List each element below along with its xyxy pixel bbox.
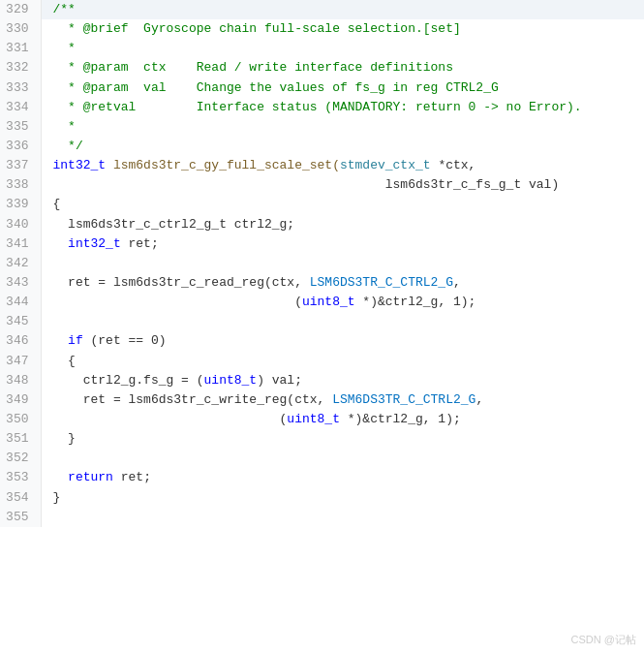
table-row: 345 — [0, 312, 644, 331]
code-token — [53, 236, 69, 251]
line-code: { — [41, 195, 644, 214]
table-row: 354} — [0, 488, 644, 508]
line-number: 339 — [0, 195, 41, 214]
line-code: if (ret == 0) — [41, 331, 644, 351]
line-code: * — [41, 39, 644, 58]
table-row: 344 (uint8_t *)&ctrl2_g, 1); — [0, 293, 644, 312]
line-number: 336 — [0, 137, 41, 156]
table-row: 341 int32_t ret; — [0, 234, 644, 254]
line-number: 353 — [0, 468, 41, 487]
table-row: 333 * @param val Change the values of fs… — [0, 78, 644, 98]
line-code: */ — [41, 137, 644, 156]
code-viewer: 329/**330 * @brief Gyroscope chain full-… — [0, 0, 644, 654]
code-token: lsm6ds3tr_c_fs_g_t val) — [53, 177, 560, 192]
table-row: 347 { — [0, 352, 644, 371]
code-token: ) val; — [257, 373, 302, 388]
table-row: 349 ret = lsm6ds3tr_c_write_reg(ctx, LSM… — [0, 390, 644, 410]
line-number: 334 — [0, 98, 41, 117]
code-token: ret; — [113, 470, 151, 484]
line-number: 341 — [0, 234, 41, 254]
code-token: *)&ctrl2_g, 1); — [340, 412, 461, 426]
table-row: 342 — [0, 254, 644, 273]
line-number: 333 — [0, 78, 41, 98]
table-row: 350 (uint8_t *)&ctrl2_g, 1); — [0, 410, 644, 429]
code-token: * @brief Gyroscope chain full-scale sele… — [53, 21, 461, 36]
code-token — [53, 470, 69, 484]
watermark-text: CSDN @记帖 — [571, 632, 636, 648]
code-token: *ctx, — [431, 158, 476, 172]
table-row: 336 */ — [0, 137, 644, 156]
code-token: ( — [53, 412, 288, 426]
line-number: 337 — [0, 156, 41, 175]
code-token: /** — [53, 2, 76, 16]
code-token: LSM6DS3TR_C_CTRL2_G — [310, 275, 453, 290]
code-token: * @param ctx Read / write interface defi… — [53, 60, 453, 75]
line-number: 352 — [0, 449, 41, 468]
line-number: 342 — [0, 254, 41, 273]
line-number: 354 — [0, 488, 41, 508]
line-code: lsm6ds3tr_c_ctrl2_g_t ctrl2_g; — [41, 215, 644, 234]
line-number: 349 — [0, 390, 41, 410]
code-token: * @param val Change the values of fs_g i… — [53, 80, 499, 95]
code-token: ctrl2_g.fs_g = ( — [53, 373, 204, 388]
code-token: (ret == 0) — [83, 333, 167, 348]
line-number: 332 — [0, 58, 41, 78]
table-row: 335 * — [0, 117, 644, 137]
code-token: , — [475, 392, 483, 407]
line-code: * @param val Change the values of fs_g i… — [41, 78, 644, 98]
line-code: } — [41, 488, 644, 508]
line-code: ctrl2_g.fs_g = (uint8_t) val; — [41, 371, 644, 390]
line-number: 329 — [0, 0, 41, 19]
line-code: int32_t ret; — [41, 234, 644, 254]
line-code: * @retval Interface status (MANDATORY: r… — [41, 98, 644, 117]
table-row: 348 ctrl2_g.fs_g = (uint8_t) val; — [0, 371, 644, 390]
table-row: 330 * @brief Gyroscope chain full-scale … — [0, 19, 644, 39]
line-code: int32_t lsm6ds3tr_c_gy_full_scale_set(st… — [41, 156, 644, 175]
code-token: stmdev_ctx_t — [340, 158, 431, 172]
code-table: 329/**330 * @brief Gyroscope chain full-… — [0, 0, 644, 527]
code-token: int32_t — [53, 158, 107, 172]
code-token: int32_t — [68, 236, 121, 251]
code-token: } — [53, 431, 76, 446]
table-row: 332 * @param ctx Read / write interface … — [0, 58, 644, 78]
code-token: uint8_t — [302, 295, 355, 309]
line-number: 350 — [0, 410, 41, 429]
table-row: 339{ — [0, 195, 644, 214]
code-token: lsm6ds3tr_c_gy_full_scale_set( — [106, 158, 340, 172]
code-token — [53, 333, 69, 348]
line-code — [41, 508, 644, 527]
table-row: 331 * — [0, 39, 644, 58]
line-code: return ret; — [41, 468, 644, 487]
line-number: 331 — [0, 39, 41, 58]
code-token: * — [53, 41, 76, 55]
line-code — [41, 449, 644, 468]
line-number: 347 — [0, 352, 41, 371]
table-row: 329/** — [0, 0, 644, 19]
table-row: 346 if (ret == 0) — [0, 331, 644, 351]
table-row: 338 lsm6ds3tr_c_fs_g_t val) — [0, 175, 644, 195]
line-code: * — [41, 117, 644, 137]
line-number: 345 — [0, 312, 41, 331]
line-code: lsm6ds3tr_c_fs_g_t val) — [41, 175, 644, 195]
code-token: *)&ctrl2_g, 1); — [355, 295, 476, 309]
line-code — [41, 254, 644, 273]
code-token: ret = lsm6ds3tr_c_write_reg(ctx, — [53, 392, 333, 407]
line-number: 335 — [0, 117, 41, 137]
code-token: ret = lsm6ds3tr_c_read_reg(ctx, — [53, 275, 310, 290]
line-code: * @param ctx Read / write interface defi… — [41, 58, 644, 78]
table-row: 334 * @retval Interface status (MANDATOR… — [0, 98, 644, 117]
line-number: 330 — [0, 19, 41, 39]
table-row: 343 ret = lsm6ds3tr_c_read_reg(ctx, LSM6… — [0, 273, 644, 293]
code-token: uint8_t — [287, 412, 340, 426]
line-code: * @brief Gyroscope chain full-scale sele… — [41, 19, 644, 39]
line-number: 355 — [0, 508, 41, 527]
line-code: ret = lsm6ds3tr_c_read_reg(ctx, LSM6DS3T… — [41, 273, 644, 293]
line-code — [41, 312, 644, 331]
code-token: LSM6DS3TR_C_CTRL2_G — [332, 392, 475, 407]
code-token: } — [53, 490, 61, 505]
code-token: return — [68, 470, 113, 484]
table-row: 353 return ret; — [0, 468, 644, 487]
line-number: 351 — [0, 429, 41, 449]
line-number: 344 — [0, 293, 41, 312]
line-code: /** — [41, 0, 644, 19]
